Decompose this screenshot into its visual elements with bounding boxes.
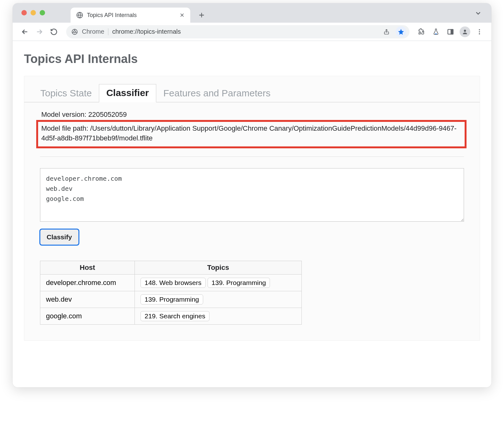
svg-point-4 xyxy=(435,33,437,34)
svg-point-7 xyxy=(464,30,466,32)
chrome-icon xyxy=(71,28,78,35)
toolbar: Chrome chrome://topics-internals xyxy=(13,23,491,41)
url-text: chrome://topics-internals xyxy=(112,28,181,35)
tab-body-classifier: Model version: 2205052059 Model file pat… xyxy=(24,102,480,340)
hosts-input[interactable] xyxy=(40,168,464,222)
cell-topics: 219. Search engines xyxy=(135,308,302,324)
model-version-label: Model version: xyxy=(41,111,86,118)
forward-button[interactable] xyxy=(33,25,46,38)
cell-topics: 148. Web browsers139. Programming xyxy=(135,274,302,291)
close-window-button[interactable] xyxy=(21,10,27,15)
address-bar[interactable]: Chrome chrome://topics-internals xyxy=(66,25,410,38)
svg-point-9 xyxy=(479,31,480,32)
internals-panel: Topics State Classifier Features and Par… xyxy=(24,76,480,341)
share-icon[interactable] xyxy=(381,26,392,37)
page-title: Topics API Internals xyxy=(24,52,480,66)
new-tab-button[interactable] xyxy=(195,9,208,21)
model-version-value: 2205052059 xyxy=(88,111,127,118)
page-content: Topics API Internals Topics State Classi… xyxy=(13,41,491,387)
minimize-window-button[interactable] xyxy=(31,10,36,15)
tab-strip: Topics API Internals xyxy=(13,3,491,23)
table-row: web.dev139. Programming xyxy=(40,291,302,308)
labs-icon[interactable] xyxy=(430,26,442,38)
profile-button[interactable] xyxy=(459,26,471,38)
close-tab-icon[interactable] xyxy=(180,13,185,18)
url-scheme-label: Chrome xyxy=(82,28,104,35)
tab-classifier[interactable]: Classifier xyxy=(99,84,156,102)
model-version-line: Model version: 2205052059 xyxy=(41,111,464,119)
col-header-topics: Topics xyxy=(135,261,302,274)
model-file-path-highlight: Model file path: /Users/dutton/Library/A… xyxy=(36,120,467,148)
table-row: developer.chrome.com148. Web browsers139… xyxy=(40,274,302,291)
cell-host: web.dev xyxy=(40,291,135,308)
svg-point-8 xyxy=(479,29,480,30)
model-file-path-label: Model file path: xyxy=(41,124,88,132)
kebab-menu-icon[interactable] xyxy=(473,26,486,38)
results-table: Host Topics developer.chrome.com148. Web… xyxy=(40,261,302,325)
divider xyxy=(40,156,464,157)
panel-tabs: Topics State Classifier Features and Par… xyxy=(24,76,480,102)
topic-chip: 139. Programming xyxy=(208,278,270,288)
bookmark-star-icon[interactable] xyxy=(396,26,406,37)
tab-title: Topics API Internals xyxy=(87,12,137,19)
back-button[interactable] xyxy=(18,25,32,38)
svg-rect-6 xyxy=(451,29,453,34)
omnibox-separator xyxy=(108,28,108,35)
side-panel-icon[interactable] xyxy=(444,26,457,38)
results-tbody: developer.chrome.com148. Web browsers139… xyxy=(40,274,302,324)
tab-search-button[interactable] xyxy=(474,9,482,18)
tab-features-parameters[interactable]: Features and Parameters xyxy=(156,84,278,102)
reload-button[interactable] xyxy=(47,25,60,38)
toolbar-right xyxy=(415,26,486,38)
model-file-path-value: /Users/dutton/Library/Application Suppor… xyxy=(41,124,456,142)
browser-window: Topics API Internals Chrome c xyxy=(13,3,491,387)
col-header-host: Host xyxy=(40,261,135,274)
avatar-icon xyxy=(460,26,470,37)
svg-point-2 xyxy=(74,31,76,32)
globe-icon xyxy=(76,12,83,19)
cell-host: developer.chrome.com xyxy=(40,274,135,291)
topic-chip: 139. Programming xyxy=(140,294,203,304)
classify-button[interactable]: Classify xyxy=(40,229,79,245)
cell-topics: 139. Programming xyxy=(135,291,302,308)
cell-host: google.com xyxy=(40,308,135,324)
tab-topics-state[interactable]: Topics State xyxy=(33,84,99,102)
topic-chip: 148. Web browsers xyxy=(140,278,206,288)
window-controls xyxy=(21,10,45,15)
table-row: google.com219. Search engines xyxy=(40,308,302,324)
browser-tab-active[interactable]: Topics API Internals xyxy=(71,8,190,23)
topic-chip: 219. Search engines xyxy=(140,311,209,321)
fullscreen-window-button[interactable] xyxy=(40,10,45,15)
svg-point-10 xyxy=(479,33,480,34)
extensions-icon[interactable] xyxy=(415,26,428,38)
